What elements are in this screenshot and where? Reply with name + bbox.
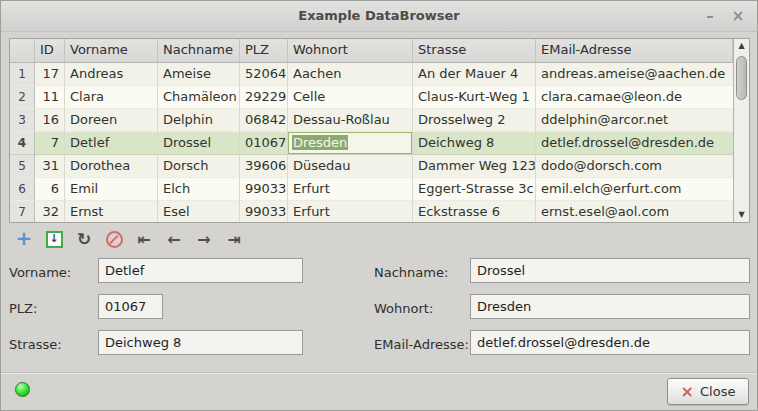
previous-record-button[interactable]: ← — [159, 226, 189, 252]
vorname-field[interactable] — [98, 258, 303, 283]
first-record-icon: ⇤ — [137, 230, 150, 249]
header-plz[interactable]: PLZ — [240, 39, 288, 62]
cell-email[interactable]: emil.elch@erfurt.com — [536, 178, 733, 201]
cell-email[interactable]: dodo@dorsch.com — [536, 155, 733, 178]
header-id[interactable]: ID — [35, 39, 65, 62]
table-row[interactable]: 2 11 Clara Chamäleon 29229 Celle Claus-K… — [10, 86, 733, 109]
minimize-icon[interactable]: – — [697, 1, 723, 31]
wohnort-label: Wohnort: — [374, 301, 433, 316]
row-number: 1 — [10, 63, 35, 86]
header-strasse[interactable]: Strasse — [413, 39, 536, 62]
cell-nachname[interactable]: Chamäleon — [158, 86, 240, 109]
table-row[interactable]: 5 31 Dorothea Dorsch 39606 Düsedau Damme… — [10, 155, 733, 178]
previous-record-icon: ← — [167, 230, 180, 249]
last-record-icon: ⇥ — [227, 230, 240, 249]
cell-id[interactable]: 6 — [35, 178, 65, 201]
cell-plz[interactable]: 06842 — [240, 109, 288, 132]
header-email[interactable]: EMail-Adresse — [536, 39, 733, 62]
table-row[interactable]: 7 32 Ernst Esel 99033 Erfurt Eckstrasse … — [10, 201, 733, 222]
cell-wohnort[interactable]: Erfurt — [288, 178, 413, 201]
cell-wohnort[interactable]: Dessau-Roßlau — [288, 109, 413, 132]
cell-vorname[interactable]: Andreas — [65, 63, 158, 86]
cell-vorname[interactable]: Ernst — [65, 201, 158, 222]
save-icon: ↓ — [46, 231, 63, 248]
cell-nachname[interactable]: Delphin — [158, 109, 240, 132]
cell-strasse[interactable]: An der Mauer 4 — [413, 63, 536, 86]
cell-plz[interactable]: 01067 — [240, 132, 288, 155]
wohnort-field[interactable] — [470, 294, 750, 319]
data-table: ID Vorname Nachname PLZ Wohnort Strasse … — [9, 38, 750, 223]
cell-id[interactable]: 16 — [35, 109, 65, 132]
cell-email[interactable]: clara.camae@leon.de — [536, 86, 733, 109]
email-field[interactable] — [470, 330, 750, 355]
cell-strasse[interactable]: Drosselweg 2 — [413, 109, 536, 132]
cell-id[interactable]: 31 — [35, 155, 65, 178]
cancel-edit-button[interactable] — [99, 226, 129, 252]
close-button-label: Close — [700, 384, 735, 399]
table-row[interactable]: 3 16 Doreen Delphin 06842 Dessau-Roßlau … — [10, 109, 733, 132]
status-led-icon — [15, 382, 30, 397]
scroll-up-icon[interactable]: ▲ — [734, 39, 749, 53]
app-window: Example DataBrowser – × ID Vorname Nachn… — [0, 0, 758, 411]
cell-nachname[interactable]: Elch — [158, 178, 240, 201]
cell-strasse[interactable]: Deichweg 8 — [413, 132, 536, 155]
last-record-button[interactable]: ⇥ — [219, 226, 249, 252]
cell-wohnort[interactable]: Erfurt — [288, 201, 413, 222]
next-record-button[interactable]: → — [189, 226, 219, 252]
cell-wohnort[interactable]: Celle — [288, 86, 413, 109]
cell-wohnort-active[interactable]: Dresden — [288, 132, 413, 155]
cell-vorname[interactable]: Detlef — [65, 132, 158, 155]
nachname-field[interactable] — [470, 258, 750, 283]
cell-strasse[interactable]: Dammer Weg 123 — [413, 155, 536, 178]
footer-separator — [1, 372, 757, 374]
cell-plz[interactable]: 39606 — [240, 155, 288, 178]
selected-text: Dresden — [292, 135, 348, 150]
cell-id[interactable]: 11 — [35, 86, 65, 109]
cell-vorname[interactable]: Emil — [65, 178, 158, 201]
cell-plz[interactable]: 99033 — [240, 178, 288, 201]
save-record-button[interactable]: ↓ — [39, 226, 69, 252]
header-vorname[interactable]: Vorname — [65, 39, 158, 62]
cell-email[interactable]: detlef.drossel@dresden.de — [536, 132, 733, 155]
table-row[interactable]: 6 6 Emil Elch 99033 Erfurt Eggert-Strass… — [10, 178, 733, 201]
cell-plz[interactable]: 99033 — [240, 201, 288, 222]
close-button[interactable]: × Close — [667, 378, 749, 405]
cell-nachname[interactable]: Drossel — [158, 132, 240, 155]
cell-wohnort[interactable]: Düsedau — [288, 155, 413, 178]
vertical-scrollbar[interactable]: ▲ ▼ — [733, 39, 749, 222]
refresh-button[interactable]: ↻ — [69, 226, 99, 252]
cell-id[interactable]: 7 — [35, 132, 65, 155]
first-record-button[interactable]: ⇤ — [129, 226, 159, 252]
cell-nachname[interactable]: Ameise — [158, 63, 240, 86]
add-record-button[interactable]: + — [9, 226, 39, 252]
cell-plz[interactable]: 29229 — [240, 86, 288, 109]
cell-id[interactable]: 32 — [35, 201, 65, 222]
cell-vorname[interactable]: Doreen — [65, 109, 158, 132]
header-nachname[interactable]: Nachname — [158, 39, 240, 62]
close-x-icon: × — [681, 384, 694, 400]
refresh-icon: ↻ — [77, 229, 91, 249]
cell-email[interactable]: ernst.esel@aol.com — [536, 201, 733, 222]
cell-strasse[interactable]: Eckstrasse 6 — [413, 201, 536, 222]
cell-wohnort[interactable]: Aachen — [288, 63, 413, 86]
cell-nachname[interactable]: Esel — [158, 201, 240, 222]
strasse-field[interactable] — [98, 330, 303, 355]
cell-email[interactable]: andreas.ameise@aachen.de — [536, 63, 733, 86]
cell-id[interactable]: 17 — [35, 63, 65, 86]
cell-nachname[interactable]: Dorsch — [158, 155, 240, 178]
cell-vorname[interactable]: Clara — [65, 86, 158, 109]
cell-email[interactable]: ddelphin@arcor.net — [536, 109, 733, 132]
table-row[interactable]: 1 17 Andreas Ameise 52064 Aachen An der … — [10, 63, 733, 86]
cell-vorname[interactable]: Dorothea — [65, 155, 158, 178]
scroll-down-icon[interactable]: ▼ — [734, 208, 749, 222]
window-close-icon[interactable]: × — [725, 1, 751, 31]
table-row-selected[interactable]: 4 7 Detlef Drossel 01067 Dresden Deichwe… — [10, 132, 733, 155]
plz-field[interactable] — [98, 294, 163, 319]
header-wohnort[interactable]: Wohnort — [288, 39, 413, 62]
cell-strasse[interactable]: Eggert-Strasse 3c — [413, 178, 536, 201]
cell-plz[interactable]: 52064 — [240, 63, 288, 86]
title-bar[interactable]: Example DataBrowser – × — [1, 1, 757, 32]
plus-icon: + — [16, 226, 33, 250]
cell-strasse[interactable]: Claus-Kurt-Weg 1 — [413, 86, 536, 109]
scrollbar-thumb[interactable] — [736, 56, 747, 100]
